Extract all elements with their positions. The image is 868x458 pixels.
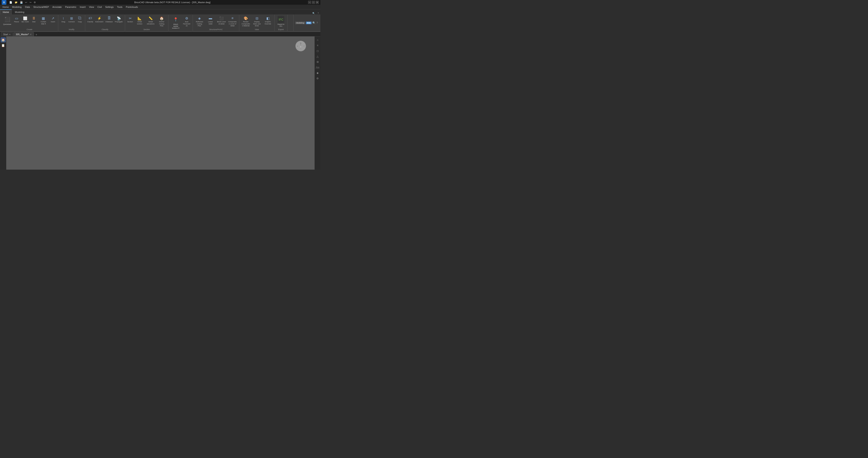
qa-undo[interactable]: ↩ (24, 1, 28, 4)
ifc-label: Export to IFC (277, 23, 285, 27)
viewport[interactable]: N S W E (6, 36, 314, 170)
rs-function-icon[interactable]: ƒ(x) (315, 65, 320, 70)
search-ribbon-btn[interactable]: 🔍 (312, 21, 315, 24)
interior-ceiling-button[interactable]: 🏠 Interior Ceiling Plan (156, 15, 167, 27)
rs-settings-icon[interactable]: ⚙ (315, 76, 320, 81)
sidebar-home-icon[interactable]: 🏠 (1, 37, 6, 42)
detail-elevations-label: Detail elevations (146, 21, 155, 25)
copy-button[interactable]: ⿻ Copy (76, 15, 84, 23)
graphic-override-button[interactable]: ◧ Graphic Override (262, 15, 273, 25)
menu-tools[interactable]: Tools (115, 5, 124, 9)
ifc-button[interactable]: IFC Export to IFC (276, 15, 286, 28)
right-sidebar: ⌂ ≡ ◻ △ ⊞ ƒ(x) ◆ ⚙ (314, 36, 320, 170)
start-tab-close[interactable]: ✕ (9, 33, 10, 36)
section-button[interactable]: ✂ Section (126, 15, 134, 23)
help-btn[interactable]: ? (317, 12, 319, 15)
display-sides-label: Display Sides and Ends (252, 21, 261, 27)
database-button[interactable]: 🗄 Database (105, 15, 114, 23)
app-logo: B (2, 0, 6, 5)
rs-properties-icon[interactable]: ◻ (315, 48, 320, 53)
menu-home[interactable]: Home (1, 5, 10, 9)
rs-home-icon[interactable]: ⌂ (315, 37, 320, 42)
block-level-label: Block Level of detail (217, 21, 226, 25)
classify-icon: 🏷 (88, 16, 93, 21)
classify-button[interactable]: 🏷 Classify (87, 15, 94, 23)
section-label: Section (127, 21, 133, 23)
compass: N S W E (296, 41, 306, 51)
search-help[interactable]: 🔍 (312, 12, 315, 15)
stair-button[interactable]: 🪜 Stair (30, 15, 38, 23)
window-title: BricsCAD Ultimate beta (NOT FOR RESALE L… (37, 1, 308, 4)
display-sides-button[interactable]: ⊟ Display Sides and Ends (252, 15, 262, 27)
doc-tab-305master[interactable]: 305_Master* ✕ (13, 32, 34, 36)
start-tab-label: Start (3, 33, 8, 36)
tab-home[interactable]: Home (0, 9, 12, 15)
sidebar-panels-icon[interactable]: 📋 (1, 43, 6, 48)
copy-icon: ⿻ (78, 16, 83, 21)
qa-save[interactable]: 💾 (19, 1, 24, 4)
rs-layers-icon[interactable]: ≡ (315, 43, 320, 48)
curtain-wall-button[interactable]: ▦ Curtain Wall ▾ (38, 15, 49, 25)
menu-data[interactable]: Data (23, 5, 32, 9)
reflected-ceiling-button[interactable]: ◈ Reflected Ceiling Plan (194, 15, 205, 27)
attach-spatial-button[interactable]: 📍 Attach spatial location ▾ (170, 15, 182, 29)
modeling-mode-badge[interactable]: Modeling (295, 22, 305, 24)
doc-tab-close[interactable]: ✕ (30, 33, 32, 36)
connect-button[interactable]: ⊞ Connect (68, 15, 76, 23)
auto-parametrize-label: Auto Parametrize (183, 21, 190, 27)
propagate-button[interactable]: 📡 Propagate (114, 15, 124, 23)
render-composition-button[interactable]: 🎨 Render Composition Material (241, 15, 251, 27)
ribbon-group-modify: ↕ Drag ⊞ Connect ⿻ Copy Modify (58, 15, 85, 31)
minimize-button[interactable]: ─ (308, 1, 311, 4)
menu-structural-mep[interactable]: Structural/MEP (32, 5, 51, 9)
automatch-button[interactable]: ⚡ Automatch (94, 15, 104, 23)
drag-button[interactable]: ↕ Drag (60, 15, 67, 23)
qa-settings[interactable]: ⚙ (33, 1, 37, 4)
detail-elevations-button[interactable]: 📏 Detail elevations (145, 15, 156, 25)
rs-grid-icon[interactable]: ⊞ (315, 59, 320, 64)
help-ribbon-btn[interactable]: ? (316, 21, 318, 24)
drag-icon: ↕ (61, 16, 66, 21)
menu-annotate[interactable]: Annotate (51, 5, 63, 9)
stair-icon: 🪜 (31, 16, 36, 21)
qa-open[interactable]: 📁 (14, 1, 19, 4)
add-tab-button[interactable]: + (34, 33, 38, 36)
propagate-icon: 📡 (116, 16, 121, 21)
ribbon-content: ⬛ Quickdraw ▭ Planar ⬜ Box Solid 🪜 Stair… (0, 15, 320, 31)
graphic-override-icon: ◧ (265, 16, 270, 21)
menu-insert[interactable]: Insert (78, 5, 87, 9)
menu-modeling[interactable]: Modeling (10, 5, 23, 9)
doc-tab-start[interactable]: Start ✕ (1, 32, 13, 36)
quickdraw-button[interactable]: ⬛ Quickdraw (2, 15, 12, 26)
auto-parametrize-icon: ⚙ (184, 16, 189, 21)
menu-pointclouds[interactable]: Pointclouds (124, 5, 140, 9)
linear-solid-label: Linear Solid (206, 21, 215, 25)
restore-button[interactable]: □ (312, 1, 315, 4)
qa-redo[interactable]: ↪ (29, 1, 32, 4)
insert-button[interactable]: ↗ Insert (49, 15, 57, 23)
detail-section-button[interactable]: 📐 Detail section (134, 15, 145, 25)
auto-parametrize-button[interactable]: ⚙ Auto Parametrize (182, 15, 191, 27)
menu-settings[interactable]: Settings (103, 5, 115, 9)
rs-materials-icon[interactable]: △ (315, 54, 320, 59)
close-button[interactable]: ✕ (316, 1, 319, 4)
box-solid-button[interactable]: ⬜ Box Solid (21, 15, 30, 23)
composition-level-button[interactable]: ≡ Composition Level of detail (227, 15, 238, 27)
bim-mode-badge[interactable]: BIM (306, 22, 312, 24)
composition-level-icon: ≡ (230, 16, 235, 21)
planar-button[interactable]: ▭ Planar (13, 15, 20, 23)
main-area: 🏠 📋 (0, 36, 320, 170)
block-level-button[interactable]: ⬛ Block Level of detail (216, 15, 227, 25)
interior-ceiling-icon: 🏠 (159, 16, 164, 21)
menu-parametric[interactable]: Parametric (63, 5, 78, 9)
menu-view[interactable]: View (87, 5, 96, 9)
menu-civil[interactable]: Civil (96, 5, 104, 9)
connect-icon: ⊞ (69, 16, 74, 21)
qa-new[interactable]: 📄 (8, 1, 13, 4)
ribbon-group-structure: ◈ Reflected Ceiling Plan ▬ Linear Solid … (193, 15, 239, 31)
linear-solid-button[interactable]: ▬ Linear Solid (205, 15, 216, 25)
box-solid-label: Box Solid (22, 21, 29, 23)
rs-diamond-icon[interactable]: ◆ (315, 70, 320, 76)
classify-group-label: Classify (85, 28, 125, 31)
tab-modeling[interactable]: Modeling (12, 9, 27, 15)
